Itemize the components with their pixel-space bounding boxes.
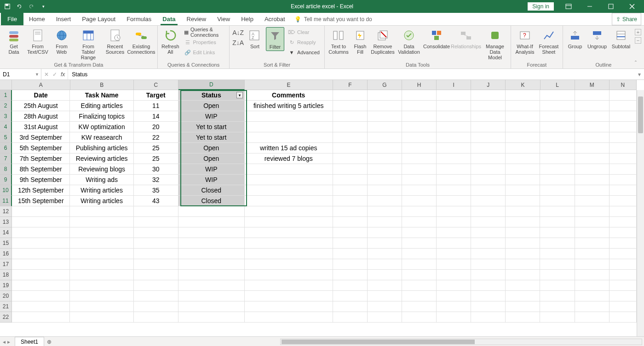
cell-K3[interactable] bbox=[506, 111, 540, 122]
cell-I9[interactable] bbox=[437, 175, 471, 185]
cell-A6[interactable]: 5th September bbox=[12, 143, 70, 153]
cell-I1[interactable] bbox=[437, 90, 471, 101]
cell-N13[interactable] bbox=[610, 217, 637, 227]
cell-A11[interactable]: 15th September bbox=[12, 196, 70, 206]
share-button[interactable]: ⇪ Share bbox=[612, 13, 641, 25]
cell-N9[interactable] bbox=[610, 175, 637, 185]
cell-D5[interactable]: Yet to start bbox=[178, 132, 245, 143]
col-header-H[interactable]: H bbox=[402, 80, 437, 90]
cell-M20[interactable] bbox=[575, 291, 610, 301]
cell-A20[interactable] bbox=[12, 291, 70, 301]
cell-E22[interactable] bbox=[245, 312, 333, 323]
cell-E8[interactable] bbox=[245, 164, 333, 175]
cell-D8[interactable]: WIP bbox=[178, 164, 245, 175]
cell-N3[interactable] bbox=[610, 111, 637, 122]
redo-icon[interactable] bbox=[26, 1, 37, 12]
from-text-csv-button[interactable]: From Text/CSV bbox=[27, 27, 49, 56]
cell-F22[interactable] bbox=[333, 312, 368, 323]
cell-B20[interactable] bbox=[70, 291, 133, 301]
cell-J19[interactable] bbox=[471, 280, 506, 291]
cell-H18[interactable] bbox=[402, 270, 437, 280]
cell-K18[interactable] bbox=[506, 270, 540, 280]
cell-H22[interactable] bbox=[402, 312, 437, 323]
cell-F11[interactable] bbox=[333, 196, 368, 206]
show-detail-icon[interactable]: + bbox=[635, 29, 641, 35]
group-button[interactable]: Group bbox=[566, 27, 584, 50]
ribbon-display-icon[interactable] bbox=[558, 0, 579, 13]
cell-E16[interactable] bbox=[245, 249, 333, 259]
cell-H8[interactable] bbox=[402, 164, 437, 175]
cell-J17[interactable] bbox=[471, 259, 506, 270]
cell-G13[interactable] bbox=[368, 217, 402, 227]
cell-H19[interactable] bbox=[402, 280, 437, 291]
cell-F14[interactable] bbox=[333, 227, 368, 238]
cell-N7[interactable] bbox=[610, 153, 637, 164]
cell-C16[interactable] bbox=[134, 249, 178, 259]
col-header-B[interactable]: B bbox=[70, 80, 134, 90]
sheet-nav[interactable]: ◂▸ bbox=[0, 337, 13, 346]
cell-M15[interactable] bbox=[575, 238, 610, 249]
row-header-3[interactable]: 3 bbox=[0, 111, 12, 122]
cell-A10[interactable]: 12th September bbox=[12, 185, 70, 196]
cell-C22[interactable] bbox=[134, 312, 178, 323]
cell-K20[interactable] bbox=[506, 291, 540, 301]
cell-B7[interactable]: Reviewing articles bbox=[70, 153, 133, 164]
cell-L19[interactable] bbox=[540, 280, 575, 291]
row-header-13[interactable]: 13 bbox=[0, 217, 12, 227]
vertical-scrollbar[interactable] bbox=[637, 90, 644, 336]
cell-M18[interactable] bbox=[575, 270, 610, 280]
tab-help[interactable]: Help bbox=[236, 13, 259, 25]
cell-F9[interactable] bbox=[333, 175, 368, 185]
cell-H14[interactable] bbox=[402, 227, 437, 238]
cell-H17[interactable] bbox=[402, 259, 437, 270]
cell-B17[interactable] bbox=[70, 259, 133, 270]
cell-A12[interactable] bbox=[12, 206, 70, 217]
cell-B5[interactable]: KW reasearch bbox=[70, 132, 133, 143]
cell-L8[interactable] bbox=[540, 164, 575, 175]
cell-M7[interactable] bbox=[575, 153, 610, 164]
vscroll-thumb[interactable] bbox=[638, 96, 643, 133]
cell-C1[interactable]: Target bbox=[134, 90, 178, 101]
cell-K16[interactable] bbox=[506, 249, 540, 259]
cell-G20[interactable] bbox=[368, 291, 402, 301]
cell-I22[interactable] bbox=[437, 312, 471, 323]
cell-D6[interactable]: Open bbox=[178, 143, 245, 153]
cell-M2[interactable] bbox=[575, 101, 610, 111]
row-header-20[interactable]: 20 bbox=[0, 291, 12, 301]
cell-H6[interactable] bbox=[402, 143, 437, 153]
cell-M12[interactable] bbox=[575, 206, 610, 217]
name-box[interactable]: D1 ▼ bbox=[0, 69, 41, 79]
cell-N10[interactable] bbox=[610, 185, 637, 196]
cell-G12[interactable] bbox=[368, 206, 402, 217]
cell-B22[interactable] bbox=[70, 312, 133, 323]
cell-D22[interactable] bbox=[178, 312, 245, 323]
cell-C11[interactable]: 43 bbox=[134, 196, 178, 206]
from-web-button[interactable]: From Web bbox=[51, 27, 73, 56]
cell-I11[interactable] bbox=[437, 196, 471, 206]
cell-E4[interactable] bbox=[245, 122, 333, 132]
cell-I7[interactable] bbox=[437, 153, 471, 164]
filter-dropdown-icon[interactable]: ▾ bbox=[236, 92, 243, 98]
cell-L1[interactable] bbox=[540, 90, 575, 101]
cell-D10[interactable]: Closed bbox=[178, 185, 245, 196]
from-table-range-button[interactable]: From Table/ Range bbox=[75, 27, 102, 61]
cell-C18[interactable] bbox=[134, 270, 178, 280]
sheet-tab-1[interactable]: Sheet1 bbox=[15, 337, 44, 346]
cell-B15[interactable] bbox=[70, 238, 133, 249]
col-header-L[interactable]: L bbox=[540, 80, 575, 90]
cell-A15[interactable] bbox=[12, 238, 70, 249]
cell-F1[interactable] bbox=[333, 90, 368, 101]
cell-D14[interactable] bbox=[178, 227, 245, 238]
cell-L7[interactable] bbox=[540, 153, 575, 164]
row-header-11[interactable]: 11 bbox=[0, 196, 12, 206]
cell-K19[interactable] bbox=[506, 280, 540, 291]
cell-A8[interactable]: 8th September bbox=[12, 164, 70, 175]
manage-data-model-button[interactable]: Manage Data Model bbox=[482, 27, 508, 61]
cell-A1[interactable]: Date bbox=[12, 90, 70, 101]
cell-G2[interactable] bbox=[368, 101, 402, 111]
cell-C13[interactable] bbox=[134, 217, 178, 227]
tab-view[interactable]: View bbox=[212, 13, 236, 25]
cell-D21[interactable] bbox=[178, 301, 245, 312]
row-header-14[interactable]: 14 bbox=[0, 227, 12, 238]
cell-I8[interactable] bbox=[437, 164, 471, 175]
